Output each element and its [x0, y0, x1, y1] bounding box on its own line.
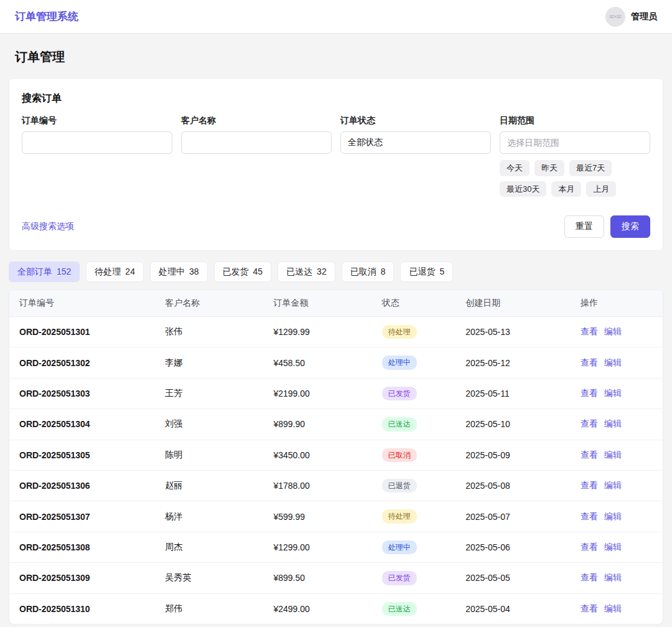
status-badge: 处理中: [382, 356, 417, 369]
tab-label: 已取消: [350, 266, 376, 277]
edit-link[interactable]: 编辑: [604, 572, 622, 583]
view-link[interactable]: 查看: [581, 511, 598, 522]
edit-link[interactable]: 编辑: [604, 480, 622, 491]
edit-link[interactable]: 编辑: [604, 357, 622, 369]
status-badge: 已发货: [382, 387, 417, 400]
table-row: ORD-2025051303王芳¥2199.00已发货2025-05-11查看编…: [9, 378, 663, 408]
cell-actions: 查看编辑: [571, 593, 663, 624]
cell-actions: 查看编辑: [571, 440, 663, 470]
status-badge: 已取消: [382, 448, 417, 462]
tab-cancelled[interactable]: 已取消8: [342, 262, 394, 282]
cell-actions: 查看编辑: [571, 532, 663, 562]
customer-field-group: 客户名称: [181, 115, 332, 197]
tab-delivered[interactable]: 已送达32: [278, 262, 335, 282]
customer-input[interactable]: [181, 131, 332, 154]
quick-date-today-button[interactable]: 今天: [500, 160, 530, 176]
order-no-input[interactable]: [22, 131, 172, 154]
status-field-group: 订单状态 全部状态: [340, 115, 491, 197]
cell-amount: ¥1788.00: [263, 470, 371, 501]
cell-status: 已发货: [372, 378, 455, 408]
date-range-input[interactable]: [500, 131, 650, 154]
view-link[interactable]: 查看: [581, 572, 598, 583]
status-badge: 已送达: [382, 417, 417, 431]
view-link[interactable]: 查看: [581, 388, 598, 399]
status-select[interactable]: 全部状态: [340, 131, 491, 154]
edit-link[interactable]: 编辑: [604, 418, 622, 430]
edit-link[interactable]: 编辑: [604, 388, 622, 399]
cell-actions: 查看编辑: [571, 501, 663, 532]
table-header-row: 订单编号 客户名称 订单金额 状态 创建日期 操作: [9, 290, 663, 317]
edit-link[interactable]: 编辑: [604, 450, 622, 461]
edit-link[interactable]: 编辑: [604, 511, 622, 522]
status-badge: 待处理: [382, 325, 417, 339]
tab-shipped[interactable]: 已发货45: [214, 262, 272, 282]
cell-actions: 查看编辑: [571, 409, 663, 440]
reset-button[interactable]: 重置: [564, 215, 604, 238]
edit-link[interactable]: 编辑: [604, 326, 622, 337]
cell-amount: ¥1299.00: [263, 532, 371, 562]
app-brand[interactable]: 订单管理系统: [15, 9, 78, 24]
row-actions: 查看编辑: [581, 357, 653, 369]
quick-date-this-month-button[interactable]: 本月: [551, 181, 581, 197]
cell-amount: ¥899.50: [263, 563, 371, 593]
cell-status: 处理中: [372, 532, 455, 562]
quick-date-last-30-days-button[interactable]: 最近30天: [500, 181, 546, 197]
advanced-search-link[interactable]: 高级搜索选项: [22, 221, 74, 232]
view-link[interactable]: 查看: [581, 326, 598, 337]
col-date: 创建日期: [455, 290, 571, 317]
col-actions: 操作: [571, 290, 663, 317]
tab-all[interactable]: 全部订单152: [9, 262, 80, 282]
quick-date-last-month-button[interactable]: 上月: [586, 181, 616, 197]
cell-customer: 王芳: [155, 378, 263, 408]
table-row: ORD-2025051304刘强¥899.90已送达2025-05-10查看编辑: [9, 409, 663, 440]
orders-table: 订单编号 客户名称 订单金额 状态 创建日期 操作 ORD-2025051301…: [9, 290, 663, 624]
edit-link[interactable]: 编辑: [604, 603, 622, 615]
view-link[interactable]: 查看: [581, 450, 598, 461]
cell-order-no: ORD-2025051306: [9, 470, 155, 501]
cell-date: 2025-05-12: [455, 347, 571, 378]
edit-link[interactable]: 编辑: [604, 542, 622, 553]
orders-table-card: 订单编号 客户名称 订单金额 状态 创建日期 操作 ORD-2025051301…: [9, 290, 663, 625]
quick-date-buttons: 今天昨天最近7天最近30天本月上月: [500, 160, 650, 197]
cell-status: 待处理: [372, 316, 455, 347]
tab-count: 8: [381, 266, 386, 277]
tab-returned[interactable]: 已退货5: [400, 262, 453, 282]
tab-processing[interactable]: 处理中38: [150, 262, 208, 282]
user-area[interactable]: 32×32 管理员: [605, 7, 657, 27]
status-label: 订单状态: [340, 115, 491, 126]
status-badge: 处理中: [382, 540, 417, 554]
cell-actions: 查看编辑: [571, 378, 663, 408]
view-link[interactable]: 查看: [581, 542, 598, 553]
order-no-field-group: 订单编号: [22, 115, 172, 197]
orders-table-body: ORD-2025051301张伟¥1299.99待处理2025-05-13查看编…: [9, 316, 663, 623]
cell-amount: ¥2499.00: [263, 593, 371, 624]
tab-pending[interactable]: 待处理24: [86, 262, 144, 282]
tab-label: 已退货: [409, 266, 435, 277]
cell-status: 已取消: [372, 440, 455, 470]
view-link[interactable]: 查看: [581, 418, 598, 430]
cell-customer: 刘强: [155, 409, 263, 440]
cell-customer: 张伟: [155, 316, 263, 347]
tab-label: 已发货: [223, 266, 249, 277]
order-no-label: 订单编号: [22, 115, 172, 126]
view-link[interactable]: 查看: [581, 480, 598, 491]
tab-count: 24: [125, 266, 135, 277]
tab-count: 45: [253, 266, 263, 277]
cell-actions: 查看编辑: [571, 347, 663, 378]
view-link[interactable]: 查看: [581, 603, 598, 615]
cell-order-no: ORD-2025051301: [9, 316, 155, 347]
tab-label: 全部订单: [17, 266, 52, 277]
page-title: 订单管理: [15, 49, 657, 65]
col-amount: 订单金额: [263, 290, 371, 317]
quick-date-yesterday-button[interactable]: 昨天: [534, 160, 564, 176]
quick-date-last-7-days-button[interactable]: 最近7天: [569, 160, 612, 176]
row-actions: 查看编辑: [581, 603, 653, 615]
cell-status: 已送达: [372, 409, 455, 440]
cell-order-no: ORD-2025051302: [9, 347, 155, 378]
cell-amount: ¥1299.99: [263, 316, 371, 347]
view-link[interactable]: 查看: [581, 357, 598, 369]
table-row: ORD-2025051305陈明¥3450.00已取消2025-05-09查看编…: [9, 440, 663, 470]
search-button[interactable]: 搜索: [610, 215, 650, 238]
search-footer: 高级搜索选项 重置 搜索: [22, 215, 650, 238]
cell-order-no: ORD-2025051309: [9, 563, 155, 593]
